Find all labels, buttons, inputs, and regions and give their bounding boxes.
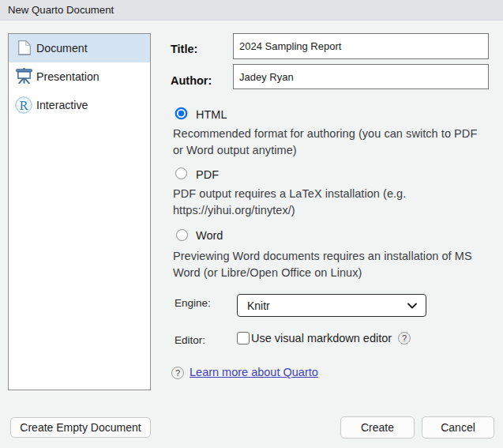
svg-text:R: R <box>20 99 28 112</box>
